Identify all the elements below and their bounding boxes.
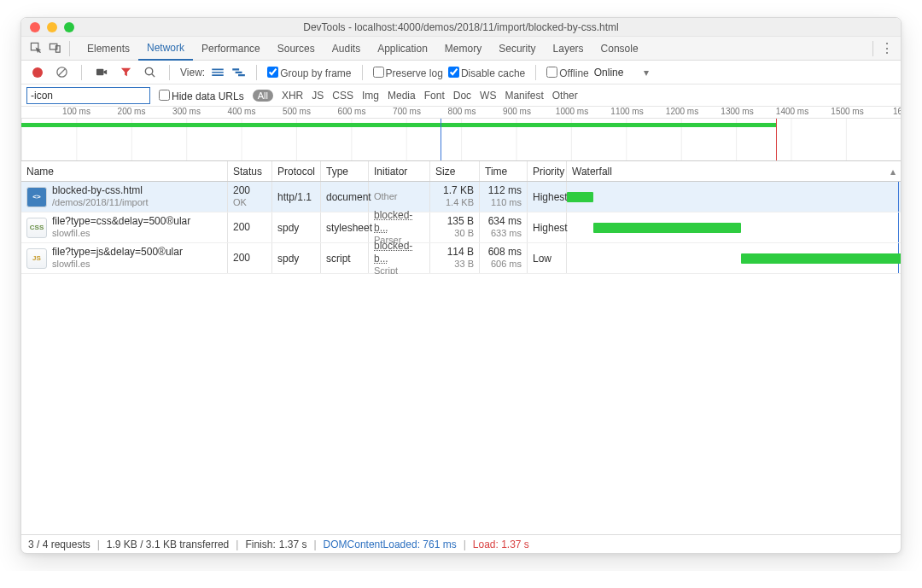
table-row[interactable]: CSSfile?type=css&delay=500®ularslowfil.e… — [21, 212, 901, 243]
col-protocol[interactable]: Protocol — [272, 161, 321, 181]
request-initiator[interactable]: blocked-b... — [374, 209, 424, 235]
file-doc-icon: <> — [26, 187, 47, 207]
disable-cache-checkbox[interactable]: Disable cache — [448, 66, 525, 79]
timeline-ruler[interactable]: 100 ms200 ms300 ms400 ms500 ms600 ms700 … — [21, 107, 901, 119]
timeline-overview[interactable] — [21, 119, 901, 161]
col-type[interactable]: Type — [321, 161, 369, 181]
ruler-tick: 1300 ms — [721, 107, 753, 116]
throttle-select[interactable]: Online — [594, 67, 624, 79]
hide-data-urls-checkbox[interactable]: Hide data URLs — [159, 89, 244, 102]
tab-console[interactable]: Console — [592, 37, 647, 61]
request-path: slowfil.es — [52, 228, 190, 240]
ruler-tick: 1400 ms — [776, 107, 808, 116]
view-label: View: — [180, 67, 205, 79]
col-status[interactable]: Status — [228, 161, 272, 181]
request-time-sub: 633 ms — [488, 228, 522, 240]
tab-network[interactable]: Network — [138, 37, 193, 61]
request-size-sub: 1.4 KB — [443, 197, 474, 209]
window-controls — [21, 22, 74, 32]
record-button[interactable] — [28, 63, 47, 82]
divider — [169, 65, 170, 80]
tab-sources[interactable]: Sources — [269, 37, 324, 61]
filter-type-xhr[interactable]: XHR — [282, 90, 303, 102]
ruler-tick: 1000 ms — [556, 107, 588, 116]
overview-band — [441, 123, 776, 127]
filter-input[interactable] — [26, 87, 150, 104]
request-type: stylesheet — [321, 212, 369, 242]
request-time: 608 ms — [488, 246, 522, 259]
tab-elements[interactable]: Elements — [79, 37, 138, 61]
close-window-icon[interactable] — [30, 22, 40, 32]
waterfall-view-icon[interactable] — [230, 67, 246, 79]
filter-type-all[interactable]: All — [253, 90, 273, 102]
request-time-sub: 110 ms — [488, 197, 522, 209]
col-initiator[interactable]: Initiator — [369, 161, 430, 181]
clear-icon[interactable] — [52, 63, 71, 82]
col-name[interactable]: Name — [21, 161, 228, 181]
inspect-element-icon[interactable] — [26, 39, 45, 58]
table-row[interactable]: <>blocked-by-css.html/demos/2018/11/impo… — [21, 182, 901, 212]
col-priority[interactable]: Priority — [528, 161, 567, 181]
request-initiator[interactable]: blocked-b... — [374, 240, 424, 265]
zoom-window-icon[interactable] — [64, 22, 74, 32]
tab-layers[interactable]: Layers — [545, 37, 592, 61]
tab-security[interactable]: Security — [490, 37, 544, 61]
status-transferred: 1.9 KB / 3.1 KB transferred — [107, 539, 229, 550]
col-waterfall[interactable]: Waterfall▴ — [567, 161, 901, 181]
filter-type-font[interactable]: Font — [424, 90, 445, 102]
filter-type-js[interactable]: JS — [312, 90, 324, 102]
tab-performance[interactable]: Performance — [193, 37, 269, 61]
tab-audits[interactable]: Audits — [324, 37, 369, 61]
request-protocol: spdy — [272, 243, 321, 273]
filter-type-img[interactable]: Img — [362, 90, 379, 102]
chevron-down-icon[interactable]: ▾ — [644, 67, 649, 79]
request-size: 1.7 KB — [443, 184, 474, 197]
offline-checkbox[interactable]: Offline — [546, 66, 588, 79]
request-priority: Highest — [528, 182, 567, 212]
table-row[interactable]: JSfile?type=js&delay=500®ularslowfil.es2… — [21, 243, 901, 274]
request-waterfall — [567, 212, 901, 242]
ruler-tick: 1100 ms — [610, 107, 643, 116]
svg-point-5 — [145, 67, 152, 74]
status-requests: 3 / 4 requests — [28, 539, 90, 550]
camera-icon[interactable] — [92, 63, 111, 82]
kebab-menu-icon[interactable]: ⋮ — [878, 42, 896, 55]
minimize-window-icon[interactable] — [47, 22, 57, 32]
filter-type-doc[interactable]: Doc — [453, 90, 471, 102]
tab-application[interactable]: Application — [369, 37, 436, 61]
search-icon[interactable] — [140, 63, 159, 82]
divider — [362, 65, 363, 80]
ruler-tick: 1500 ms — [831, 107, 863, 116]
large-rows-icon[interactable] — [210, 67, 225, 79]
divider — [535, 65, 536, 80]
file-js-icon: JS — [26, 248, 47, 269]
timeline-marker — [776, 119, 777, 160]
filter-type-ws[interactable]: WS — [480, 90, 496, 102]
tab-memory[interactable]: Memory — [436, 37, 490, 61]
request-size-sub: 30 B — [447, 228, 474, 240]
waterfall-bar — [593, 223, 742, 233]
filter-type-other[interactable]: Other — [552, 90, 578, 102]
ruler-tick: 300 ms — [172, 107, 201, 116]
filter-type-manifest[interactable]: Manifest — [505, 90, 543, 102]
request-time: 634 ms — [488, 215, 522, 228]
request-initiator: Other — [374, 191, 398, 203]
request-priority: Highest — [528, 212, 567, 242]
status-load: 1.37 s — [501, 539, 529, 550]
ruler-tick: 400 ms — [228, 107, 256, 116]
preserve-log-checkbox[interactable]: Preserve log — [373, 66, 443, 79]
request-waterfall — [567, 182, 901, 212]
filter-type-css[interactable]: CSS — [332, 90, 353, 102]
titlebar: DevTools - localhost:4000/demos/2018/11/… — [21, 18, 901, 37]
timeline-marker — [441, 119, 441, 160]
filter-icon[interactable] — [116, 63, 135, 82]
filter-type-media[interactable]: Media — [388, 90, 416, 102]
request-size: 114 B — [447, 246, 474, 259]
group-by-frame-checkbox[interactable]: Group by frame — [267, 66, 351, 79]
request-type: script — [321, 243, 369, 273]
col-size[interactable]: Size — [430, 161, 480, 181]
toggle-device-icon[interactable] — [45, 39, 64, 58]
ruler-tick: 100 ms — [62, 107, 90, 116]
col-time[interactable]: Time — [480, 161, 528, 181]
filter-types: AllXHRJSCSSImgMediaFontDocWSManifestOthe… — [253, 90, 578, 102]
